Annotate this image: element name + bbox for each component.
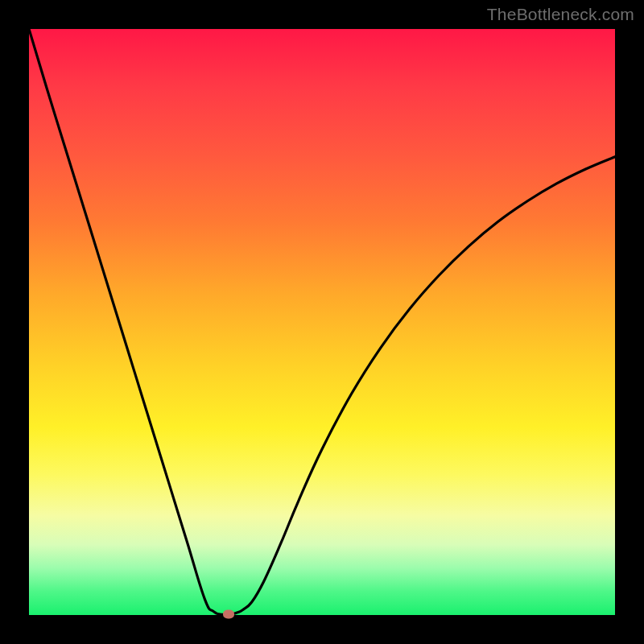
- chart-stage: TheBottleneck.com: [0, 0, 644, 644]
- plot-area: [29, 29, 615, 615]
- bottleneck-curve: [29, 29, 615, 615]
- watermark-text: TheBottleneck.com: [487, 5, 634, 24]
- optimum-marker: [223, 609, 234, 618]
